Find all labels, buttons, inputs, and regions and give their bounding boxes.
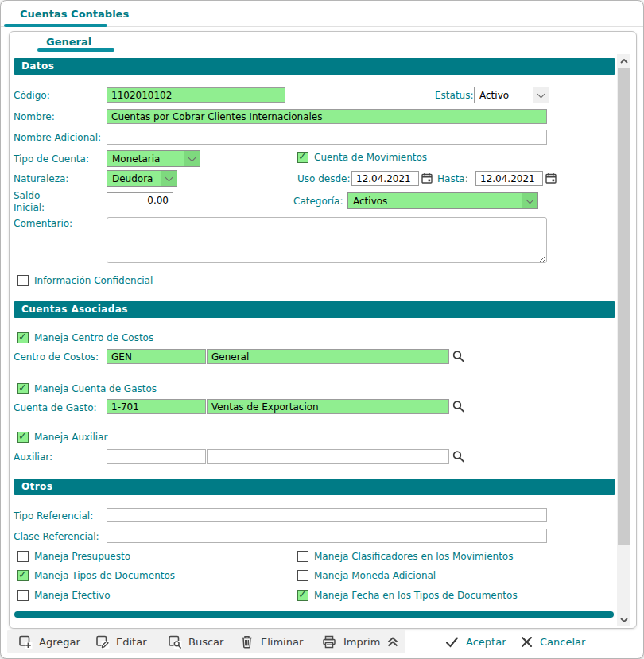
search-icon[interactable]: [452, 350, 465, 363]
eliminar-button[interactable]: Eliminar: [229, 630, 313, 653]
maneja-moneda-adicional-label: Maneja Moneda Adicional: [314, 570, 436, 581]
centro-de-costos-name-input[interactable]: [207, 349, 449, 364]
double-chevron-up-icon: [385, 634, 401, 649]
vertical-scroll-thumb[interactable]: [618, 68, 630, 545]
auxiliar-name-input[interactable]: [207, 449, 449, 464]
chevron-down-icon: [533, 87, 549, 103]
checkbox-icon[interactable]: [297, 152, 308, 163]
edit-icon: [95, 634, 110, 649]
nombre-adicional-label: Nombre Adicional:: [14, 132, 101, 143]
tab-general-active-indicator: [37, 48, 114, 52]
collapse-toolbar-button[interactable]: [380, 630, 405, 653]
maneja-fecha-tipos-documentos-checkbox[interactable]: Maneja Fecha en los Tipos de Documentos: [297, 590, 518, 601]
add-record-icon: [17, 634, 33, 649]
checkbox-icon[interactable]: [297, 590, 308, 601]
maneja-presupuesto-checkbox[interactable]: Maneja Presupuesto: [17, 551, 130, 562]
checkbox-icon[interactable]: [17, 570, 29, 581]
aceptar-button[interactable]: Aceptar: [434, 630, 516, 653]
scroll-down-icon[interactable]: [617, 613, 630, 626]
cancelar-button[interactable]: Cancelar: [510, 630, 596, 653]
app-tab-active-indicator: [4, 24, 107, 27]
nombre-label: Nombre:: [14, 111, 55, 122]
tipo-de-cuenta-select[interactable]: Monetaria: [107, 150, 200, 167]
checkbox-icon[interactable]: [17, 275, 29, 286]
check-icon: [444, 635, 460, 649]
centro-de-costos-label: Centro de Costos:: [14, 351, 99, 362]
hasta-input[interactable]: [475, 171, 543, 186]
uso-desde-input[interactable]: [351, 171, 419, 186]
checkbox-icon[interactable]: [17, 332, 29, 343]
estatus-select[interactable]: Activo: [474, 87, 549, 103]
checkbox-icon[interactable]: [17, 383, 29, 394]
codigo-label: Código:: [14, 90, 50, 101]
checkbox-icon[interactable]: [17, 432, 29, 443]
hasta-label: Hasta:: [437, 173, 468, 184]
centro-de-costos-code-input[interactable]: [107, 349, 206, 364]
editar-button[interactable]: Editar: [84, 630, 157, 653]
auxiliar-label: Auxiliar:: [14, 452, 52, 463]
tab-general[interactable]: General: [46, 36, 91, 48]
chevron-down-icon: [161, 171, 177, 186]
maneja-clasificadores-checkbox[interactable]: Maneja Clasificadores en los Movimientos: [297, 551, 513, 562]
checkbox-icon[interactable]: [17, 590, 29, 601]
horizontal-scrollbar[interactable]: [14, 611, 615, 618]
comentario-textarea[interactable]: [107, 217, 547, 263]
maneja-centro-de-costos-label: Maneja Centro de Costos: [34, 332, 153, 343]
maneja-tipos-de-documentos-label: Maneja Tipos de Documentos: [34, 570, 175, 581]
vertical-scrollbar[interactable]: [617, 54, 630, 626]
x-icon: [520, 635, 533, 649]
naturaleza-select[interactable]: Deudora: [107, 170, 177, 187]
tipo-referencial-input[interactable]: [107, 508, 547, 522]
cuenta-de-movimientos-checkbox[interactable]: Cuenta de Movimientos: [297, 152, 427, 163]
search-icon[interactable]: [452, 400, 465, 413]
tab-divider: [10, 52, 634, 52]
clase-referencial-label: Clase Referencial:: [14, 531, 99, 542]
editar-label: Editar: [116, 636, 147, 648]
maneja-efectivo-label: Maneja Efectivo: [34, 590, 110, 601]
estatus-value: Activo: [479, 90, 509, 101]
cuenta-de-gasto-code-input[interactable]: [107, 399, 206, 414]
eliminar-label: Eliminar: [261, 636, 303, 648]
checkbox-icon[interactable]: [297, 551, 308, 562]
maneja-efectivo-checkbox[interactable]: Maneja Efectivo: [17, 590, 110, 601]
checkbox-icon[interactable]: [17, 551, 29, 562]
maneja-auxiliar-label: Maneja Auxiliar: [34, 432, 107, 443]
clase-referencial-input[interactable]: [107, 529, 547, 543]
nombre-input[interactable]: [107, 109, 547, 124]
naturaleza-label: Naturaleza:: [14, 173, 68, 184]
horizontal-scroll-thumb[interactable]: [14, 611, 614, 618]
informacion-confidencial-checkbox[interactable]: Información Confidencial: [17, 275, 153, 286]
tipo-de-cuenta-label: Tipo de Cuenta:: [14, 153, 89, 165]
informacion-confidencial-label: Información Confidencial: [34, 275, 153, 286]
maneja-cuenta-de-gastos-label: Maneja Cuenta de Gastos: [34, 383, 157, 394]
maneja-moneda-adicional-checkbox[interactable]: Maneja Moneda Adicional: [297, 570, 436, 581]
app-tab-cuentas-contables[interactable]: Cuentas Contables: [20, 8, 129, 20]
section-header-datos: Datos: [14, 58, 615, 75]
calendar-icon[interactable]: [421, 172, 433, 184]
categoria-select[interactable]: Activos: [347, 192, 538, 209]
maneja-auxiliar-checkbox[interactable]: Maneja Auxiliar: [17, 432, 107, 443]
chevron-down-icon: [184, 151, 200, 166]
comentario-label: Comentario:: [14, 218, 72, 229]
calendar-icon[interactable]: [545, 172, 557, 184]
maneja-centro-de-costos-checkbox[interactable]: Maneja Centro de Costos: [17, 332, 153, 343]
codigo-input[interactable]: [107, 87, 285, 103]
cuenta-de-gasto-name-input[interactable]: [207, 399, 449, 414]
auxiliar-code-input[interactable]: [107, 449, 206, 464]
agregar-button[interactable]: Agregar: [7, 630, 91, 653]
maneja-cuenta-de-gastos-checkbox[interactable]: Maneja Cuenta de Gastos: [17, 383, 157, 394]
naturaleza-value: Deudora: [112, 173, 153, 184]
search-icon[interactable]: [452, 450, 465, 463]
saldo-inicial-input[interactable]: [107, 192, 173, 207]
scroll-up-icon[interactable]: [617, 54, 630, 68]
maneja-tipos-de-documentos-checkbox[interactable]: Maneja Tipos de Documentos: [17, 570, 175, 581]
estatus-label: Estatus:: [435, 90, 474, 101]
cuenta-de-movimientos-label: Cuenta de Movimientos: [314, 152, 427, 163]
section-header-otros: Otros: [14, 479, 615, 495]
aceptar-label: Aceptar: [466, 636, 506, 648]
nombre-adicional-input[interactable]: [107, 130, 547, 145]
checkbox-icon[interactable]: [297, 570, 308, 581]
maneja-presupuesto-label: Maneja Presupuesto: [34, 551, 130, 562]
buscar-button[interactable]: Buscar: [157, 630, 234, 653]
categoria-label: Categoría:: [293, 196, 343, 207]
